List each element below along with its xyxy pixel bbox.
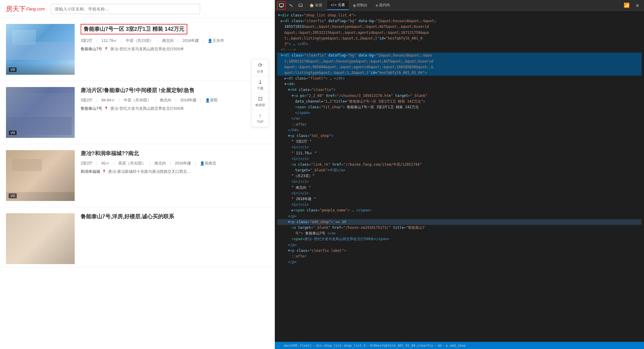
- area: 92㎡: [101, 161, 109, 166]
- code-line: ▼<p class="tel_shop">: [277, 133, 642, 139]
- sep: ｜: [119, 38, 123, 43]
- welcome-icon: 🏠: [309, 3, 314, 7]
- share-button[interactable]: ⟳ 分享: [252, 60, 269, 76]
- code-line: </a>: [277, 116, 642, 121]
- listing-item: 鲁能泰山7号,洋房,好楼层,诚心买的联系: [0, 207, 275, 267]
- svg-rect-4: [299, 4, 302, 7]
- code-tag: </p>: [288, 259, 297, 265]
- sep: ｜: [176, 38, 180, 43]
- devtools-toggle-button[interactable]: [277, 1, 286, 10]
- sep: ｜: [194, 161, 197, 166]
- listing-image: VR: [6, 24, 75, 75]
- inspect-button[interactable]: [287, 1, 295, 10]
- breadcrumb-item[interactable]: dd: [438, 344, 441, 348]
- code-tag: <i>|</i>: [292, 179, 309, 185]
- header: 房天下 Fang.com: [0, 0, 275, 18]
- wifi-icon: 📶: [622, 1, 631, 10]
- code-tag: ▼<dl class="clearfix" dataflag="bg" data…: [281, 53, 432, 58]
- location-icon: 📍: [104, 47, 108, 51]
- device-button[interactable]: [296, 1, 305, 10]
- community-link[interactable]: 和润幸福城: [81, 169, 100, 174]
- code-tag: <i>|</i>: [292, 144, 309, 150]
- code-text: 185571033&quot;,&quot;housetype&quot;:&q…: [284, 24, 429, 30]
- breadcrumb-item[interactable]: p.add_shop: [446, 344, 466, 348]
- code-line: </h4>: [277, 127, 642, 133]
- agent-icon: 👤: [208, 39, 212, 43]
- tab-welcome[interactable]: 🏠 欢迎: [306, 1, 326, 10]
- code-text: t;,&quot;listingtype&quot;:&quot;1,2&quo…: [284, 36, 379, 41]
- listing-address: 鲁能泰山7号 📍 唐冶-世纪大道与龙凤山路交界处北行500米: [81, 106, 269, 111]
- code-line: </p>: [277, 259, 642, 265]
- top-button[interactable]: ↑ TOP: [252, 110, 269, 127]
- tab-elements-label: 元素: [338, 2, 345, 7]
- tab-console-label: 控制台: [357, 3, 367, 8]
- area: 94.94㎡: [101, 97, 115, 103]
- breadcrumb-item[interactable]: div.shop_list.shop_list_4: [316, 344, 366, 348]
- logo-text: 房天下: [6, 4, 26, 13]
- sep: ｜: [199, 97, 203, 103]
- breadcrumb-item[interactable]: main945.floatl: [284, 344, 312, 348]
- sep: ｜: [117, 97, 121, 103]
- code-text: quot;listingtype&quot;:&quot;1,2&quot;}": [284, 70, 371, 76]
- code-line: </p>: [277, 242, 642, 248]
- ellipsis-icon: …: [277, 344, 279, 348]
- direction: 南北向: [160, 97, 171, 103]
- code-line: <span>唐冶-世纪大道与龙凤山路交界处北行500米</span>: [277, 236, 642, 242]
- code-line-active[interactable]: ▼<p class="add_shop"> == $0: [277, 219, 642, 225]
- tab-sources[interactable]: ⚙ 源代码: [372, 1, 393, 10]
- code-line-highlighted[interactable]: ▼<dl class="clearfix" dataflag="bg" data…: [277, 53, 642, 58]
- tab-console[interactable]: ▤ 控制台: [350, 1, 371, 10]
- code-line: ▼<div class="shop_list shop_list_4">: [277, 13, 642, 18]
- code-line: <i>|</i>: [277, 190, 642, 196]
- devtools-extra-icons: 📶 ⚙: [622, 1, 642, 10]
- listing-title[interactable]: 鲁能泰山7号,洋房,好楼层,诚心买的联系: [81, 213, 269, 220]
- breadcrumb-item[interactable]: dl#kesfqbfylb_A01_01_04.clearfix: [370, 344, 433, 348]
- code-line: <i>|</i>: [277, 144, 642, 150]
- code-comment: <!---->: [281, 47, 296, 53]
- breadcrumb-sep: ›: [313, 344, 315, 348]
- code-text: " 3室2厅 ": [292, 139, 312, 144]
- code-line: " 南北向 ": [277, 185, 642, 190]
- breadcrumb-sep: ›: [443, 344, 445, 348]
- search-input[interactable]: [51, 4, 200, 14]
- code-line: 185571033&quot;,&quot;housetype&quot;:&q…: [277, 24, 642, 30]
- listing-address: 鲁能泰山7号 📍 唐冶-世纪大道与龙凤山路交界处北行500米: [81, 46, 269, 52]
- direction: 南北向: [154, 161, 166, 166]
- code-tag: <i>|</i>: [292, 156, 309, 162]
- group-icon: ⊡: [258, 95, 263, 102]
- logo-area: 房天下 Fang.com: [6, 4, 45, 13]
- listing-title[interactable]: 唐冶?和润幸福城??南北: [81, 150, 269, 157]
- sources-icon: ⚙: [376, 3, 378, 7]
- sep: ｜: [168, 161, 172, 166]
- code-line: ::after: [277, 254, 642, 259]
- community-link[interactable]: 鲁能泰山7号: [81, 106, 102, 111]
- top-icon: ↑: [259, 113, 262, 119]
- settings-icon[interactable]: ⚙: [633, 1, 642, 10]
- code-text: &quot;:&quot;20532215&quot;,&quot;agenti…: [284, 30, 429, 36]
- group-button[interactable]: ⊡ 购房群: [252, 93, 269, 110]
- floor: 高层（共32层）: [118, 161, 146, 166]
- code-tag: </p>: [288, 242, 297, 248]
- code-tag: ▼<p class="clearfix label">: [288, 248, 346, 254]
- devtools-code-content[interactable]: ▼<div class="shop_list shop_list_4"> ▶<d…: [275, 11, 644, 342]
- code-text: " 南北向 ": [292, 185, 311, 190]
- top-label: TOP: [257, 120, 263, 124]
- download-button[interactable]: ⤓ 下载: [252, 76, 269, 93]
- community-link[interactable]: 鲁能泰山7号: [81, 46, 102, 52]
- listing-content: 唐冶?和润幸福城??南北 2室2厅 ｜ 92㎡ ｜ 高层（共32层） ｜ 南北向…: [81, 150, 269, 201]
- code-line: <i>|</i>: [277, 156, 642, 162]
- devtools-bottom-bar: … main945.floatl › div.shop_list.shop_li…: [275, 342, 644, 349]
- sep: ｜: [148, 161, 152, 166]
- tab-elements[interactable]: </> 元素: [327, 1, 349, 10]
- share-icon: ⟳: [258, 62, 263, 68]
- listing-title[interactable]: 唐冶片区!鲁能泰山7号!中间楼层 !全屋定制!急售: [81, 87, 269, 94]
- listing-title[interactable]: 鲁能泰山7号一区 3室2厅1卫 精装 142万元: [81, 24, 187, 34]
- floor: 中层（共30层）: [124, 97, 151, 103]
- code-tag: <span>唐冶-世纪大道与龙凤山路交界处北行500米</span>: [292, 236, 389, 242]
- code-tag: <a class="link_rk" href="//baike.fang.co…: [292, 162, 422, 167]
- listing-details: 3室2厅 ｜ 111.79㎡ ｜ 中层（共23层） ｜ 南北向 ｜ 2018年建…: [81, 38, 269, 43]
- code-text: t;185613178&quot;,&quot;housetype&quot;:…: [284, 59, 433, 64]
- code-line: quot;listingtype&quot;:&quot;1,2&quot;}"…: [277, 70, 642, 76]
- listing-image: [6, 213, 75, 264]
- vr-badge: VR: [8, 67, 17, 72]
